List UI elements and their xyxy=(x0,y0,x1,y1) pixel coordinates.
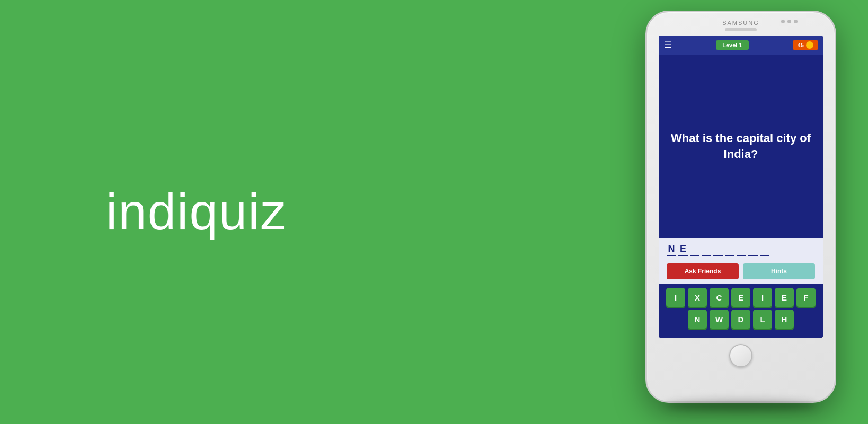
phone-bottom-area xyxy=(729,338,752,374)
answer-blank-1 xyxy=(690,244,699,256)
key-d[interactable]: D xyxy=(731,310,750,329)
phone-speaker xyxy=(725,28,757,31)
coins-value: 45 xyxy=(798,42,804,48)
question-area: What is the capital city of India? xyxy=(659,55,823,238)
answer-blank-2 xyxy=(702,244,711,256)
app-logo-container: indiquiz xyxy=(106,183,287,241)
key-i-1[interactable]: I xyxy=(666,288,685,307)
key-l[interactable]: L xyxy=(753,310,772,329)
coin-icon xyxy=(806,41,813,49)
answer-blank-5 xyxy=(737,244,746,256)
answer-blank-4 xyxy=(725,244,734,256)
keyboard-row-1: I X C E I E F xyxy=(664,288,818,307)
question-text: What is the capital city of India? xyxy=(669,130,812,162)
camera-dot-1 xyxy=(781,20,785,23)
answer-area: N E xyxy=(659,238,823,263)
key-w[interactable]: W xyxy=(710,310,729,329)
key-n[interactable]: N xyxy=(688,310,707,329)
app-header: ☰ Level 1 45 xyxy=(659,36,823,55)
key-c[interactable]: C xyxy=(710,288,729,307)
answer-blank-7 xyxy=(760,244,769,256)
phone-brand-label: SAMSUNG xyxy=(722,20,759,26)
level-badge: Level 1 xyxy=(716,40,748,50)
camera-dot-2 xyxy=(787,20,791,23)
answer-blank-3 xyxy=(713,244,723,256)
phone-mockup: SAMSUNG ☰ Level 1 45 What is the capit xyxy=(645,11,836,403)
phone-outer-shell: SAMSUNG ☰ Level 1 45 What is the capit xyxy=(645,11,836,403)
key-h[interactable]: H xyxy=(775,310,794,329)
camera-dot-3 xyxy=(794,20,798,23)
keyboard-row-2: N W D L H xyxy=(664,310,818,329)
phone-shadow xyxy=(665,400,817,411)
key-i-2[interactable]: I xyxy=(753,288,772,307)
key-x[interactable]: X xyxy=(688,288,707,307)
key-e-2[interactable]: E xyxy=(775,288,794,307)
answer-blank-6 xyxy=(748,244,758,256)
hints-button[interactable]: Hints xyxy=(743,263,815,279)
answer-letter-e: E xyxy=(678,243,688,256)
hamburger-icon[interactable]: ☰ xyxy=(664,41,671,49)
phone-screen: ☰ Level 1 45 What is the capital city of… xyxy=(659,36,823,338)
answer-letter-n: N xyxy=(667,243,676,256)
key-e-1[interactable]: E xyxy=(731,288,750,307)
app-logo-text: indiquiz xyxy=(106,183,287,240)
answer-letters-row: N E xyxy=(667,243,815,256)
phone-camera-dots xyxy=(781,20,798,23)
key-f[interactable]: F xyxy=(796,288,816,307)
keyboard-area: I X C E I E F N W D L H xyxy=(659,284,823,338)
home-button[interactable] xyxy=(729,344,752,367)
phone-top-area: SAMSUNG xyxy=(647,12,835,26)
action-buttons-row: Ask Friends Hints xyxy=(659,263,823,284)
coins-badge: 45 xyxy=(793,40,818,50)
ask-friends-button[interactable]: Ask Friends xyxy=(667,263,739,279)
